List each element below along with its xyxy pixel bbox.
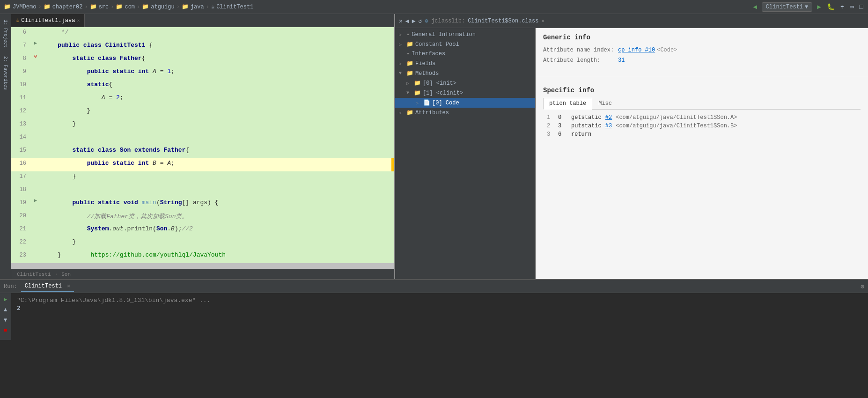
breadcrumb-chapter[interactable]: chapter02 [52, 4, 83, 10]
github-url[interactable]: https://github.com/youthlql/JavaYouth [90, 251, 226, 258]
tree-clinit[interactable]: ▼ 📁 [1] <clinit> [395, 88, 535, 98]
tree-attributes[interactable]: ▷ 📁 Attributes [395, 108, 535, 118]
code-line-12: 12 } [11, 106, 394, 119]
jclass-close-btn[interactable]: ✕ [399, 17, 403, 25]
jclass-detail: Generic info Attribute name index: cp_in… [536, 28, 868, 279]
prev-icon[interactable]: ◀ [752, 2, 758, 12]
folder-icon-2: 📁 [44, 3, 51, 10]
breadcrumb-src[interactable]: src [99, 4, 109, 10]
breadcrumb-class[interactable]: ClinitTest1 [216, 4, 253, 10]
generic-info-section: Generic info Attribute name index: cp_in… [536, 28, 868, 73]
tab-bar: ☕ ClinitTest1.java ✕ [11, 14, 394, 27]
debug-icon[interactable]: 🐛 [826, 2, 836, 12]
code-line-10: 10 static{ [11, 80, 394, 93]
folder-icon-5: 📁 [142, 3, 149, 10]
tab-close-btn[interactable]: ✕ [77, 18, 80, 23]
folder-icon-6: 📁 [182, 3, 189, 10]
tab-option-table[interactable]: ption table [543, 98, 592, 110]
config-dropdown-icon[interactable]: ▼ [805, 4, 808, 10]
code-line-21: 21 System.out.println(Son.B);//2 [11, 224, 394, 237]
run-play-btn[interactable]: ▶ [3, 295, 8, 304]
tree-methods[interactable]: ▼ 📁 Methods [395, 68, 535, 78]
attr-name-code: <Code> [657, 47, 677, 53]
toolbar-right: ◀ ClinitTest1 ▼ ▶ 🐛 ☂ ▭ □ [752, 2, 864, 12]
tree-fields-label: Fields [415, 60, 435, 67]
code-line-11: 11 A = 2; [11, 93, 394, 106]
tree-code[interactable]: ▷ 📄 [0] Code [395, 98, 535, 108]
code-status-bar: ClinitTest1 › Son [11, 269, 394, 279]
coverage-icon[interactable]: ☂ [839, 2, 845, 12]
run-arrow-19[interactable]: ▶ [34, 198, 37, 203]
code-area: 6 */ 7 ▶ public class ClinitTest1 { 8 [11, 27, 394, 269]
maximize-icon[interactable]: □ [859, 2, 864, 12]
run-tab-close[interactable]: ✕ [67, 283, 70, 289]
generic-info-title: Generic info [543, 34, 861, 41]
status-son[interactable]: Son [61, 272, 71, 277]
tree-attributes-label: Attributes [415, 110, 449, 116]
java-icon: ☕ [16, 17, 19, 24]
run-arrow-7[interactable]: ▶ [34, 40, 37, 46]
run-stop-btn[interactable]: ■ [3, 326, 8, 335]
breakpoint-8[interactable]: ⊙ [34, 53, 37, 59]
breadcrumb-atguigu[interactable]: atguigu [151, 4, 174, 10]
editor-tab-clinittest1[interactable]: ☕ ClinitTest1.java ✕ [11, 14, 85, 27]
favorites-sidebar-label[interactable]: 2: Favorites [1, 52, 10, 94]
status-clinittest[interactable]: ClinitTest1 [17, 272, 51, 277]
code-line-14: 14 [11, 132, 394, 145]
attr-name-label: Attribute name index: [543, 47, 618, 53]
code-line-17: 17 } [11, 171, 394, 184]
run-tab-clinittest[interactable]: ClinitTest1 ✕ [21, 281, 74, 292]
project-sidebar-label[interactable]: 1: Project [1, 16, 10, 52]
jclass-panel: ✕ ◀ ▶ ↺ ⊙ jclasslib: ClinitTest1$Son.cla… [395, 14, 868, 279]
code-line-8: 8 ⊙ static class Father{ [11, 53, 394, 66]
detail-tabs: ption table Misc [543, 98, 861, 110]
run-config[interactable]: ClinitTest1 ▼ [762, 2, 812, 12]
jclass-content: ▷ ▪ General Information ▷ 📁 Constant Poo… [395, 28, 868, 279]
breadcrumb-jvmdemo[interactable]: JVMDemo [13, 4, 36, 10]
attr-length-value: 31 [618, 57, 625, 64]
code-line-23: 23 } https://github.com/youthlql/JavaYou… [11, 250, 394, 263]
specific-info-section: Specific info ption table Misc [536, 81, 868, 144]
tree-constant-pool-label: Constant Pool [415, 41, 459, 48]
run-tab-bar: Run: ClinitTest1 ✕ ⚙ [0, 280, 868, 293]
refresh-btn[interactable]: ↺ [418, 17, 422, 25]
nav-forward-btn[interactable]: ▶ [412, 17, 416, 25]
code-line-9: 9 public static int A = 1; [11, 66, 394, 80]
run-command-line: "C:\Program Files\Java\jdk1.8.0_131\bin\… [17, 297, 862, 304]
breadcrumb-com[interactable]: com [125, 4, 135, 10]
run-icon[interactable]: ▶ [816, 2, 822, 12]
tree-general-label: General Information [412, 31, 476, 38]
horizontal-scrollbar[interactable] [11, 263, 394, 269]
tree-general-info[interactable]: ▷ ▪ General Information [395, 30, 535, 39]
attr-name-value[interactable]: cp_info #10 [618, 47, 655, 53]
bytecode-table: 1 0 getstatic #2 <com/atguigu/java/Clini… [543, 113, 861, 139]
code-line-13: 13 } [11, 119, 394, 132]
tree-interfaces[interactable]: ▪ Interfaces [395, 49, 535, 59]
jclass-label: jclasslib: [431, 18, 465, 24]
run-down-btn[interactable]: ▼ [3, 316, 8, 324]
jclass-tree: ▷ ▪ General Information ▷ 📁 Constant Poo… [395, 28, 536, 279]
tree-init[interactable]: ▷ 📁 [0] <init> [395, 78, 535, 88]
tree-methods-label: Methods [415, 70, 439, 77]
top-bar: 📁 JVMDemo › 📁 chapter02 › 📁 src › 📁 com … [0, 0, 868, 14]
specific-info-title: Specific info [543, 87, 861, 94]
class-icon: ☕ [211, 3, 214, 10]
run-output: "C:\Program Files\Java\jdk1.8.0_131\bin\… [11, 293, 868, 340]
run-icon-label: Run: [4, 283, 17, 290]
jclass-tab-close[interactable]: ✕ [541, 18, 544, 24]
left-sidebar: 1: Project 2: Favorites [0, 14, 11, 279]
run-up-btn[interactable]: ▲ [3, 306, 8, 314]
jclass-header: ✕ ◀ ▶ ↺ ⊙ jclasslib: ClinitTest1$Son.cla… [395, 14, 868, 28]
tab-misc[interactable]: Misc [592, 98, 618, 109]
nav-back-btn[interactable]: ◀ [405, 17, 409, 25]
divider [536, 77, 868, 77]
run-settings-icon[interactable]: ⚙ [861, 283, 864, 290]
folder-icon-3: 📁 [90, 3, 97, 10]
breadcrumb-java[interactable]: java [191, 4, 204, 10]
minimize-icon[interactable]: ▭ [849, 2, 854, 12]
attr-name-row: Attribute name index: cp_info #10 <Code> [543, 47, 861, 53]
tree-fields[interactable]: ▷ 📁 Fields [395, 59, 535, 68]
bytecode-row-2: 2 3 putstatic #3 <com/atguigu/java/Clini… [543, 122, 861, 130]
tree-constant-pool[interactable]: ▷ 📁 Constant Pool [395, 39, 535, 49]
code-line-20: 20 //加载Father类，其次加载Son类。 [11, 211, 394, 224]
